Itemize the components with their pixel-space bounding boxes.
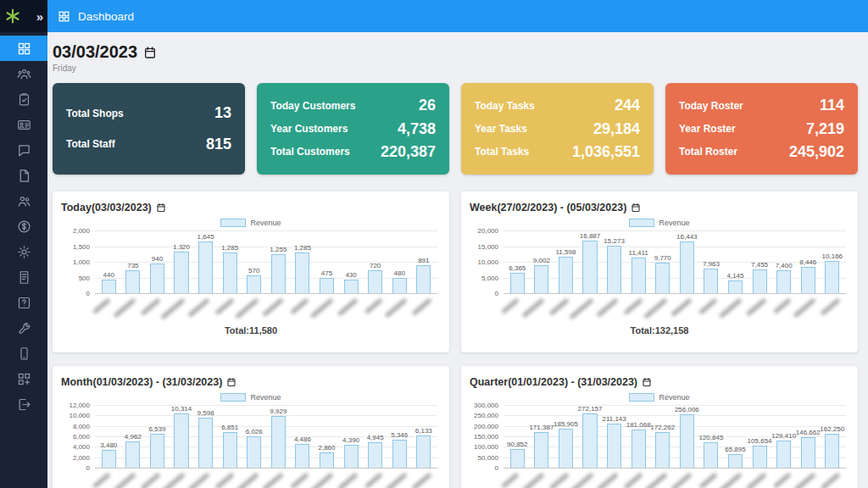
sidebar-item-help[interactable] — [0, 290, 47, 315]
bar-value-label: 1,285 — [221, 244, 238, 252]
calendar-icon[interactable] — [642, 377, 652, 387]
bar-slot: 440 — [97, 230, 121, 293]
sidebar-item-tools[interactable] — [0, 315, 47, 341]
stat-label: Year Roster — [679, 123, 736, 135]
bar — [607, 424, 621, 468]
calendar-icon[interactable] — [156, 202, 166, 213]
bar — [753, 269, 767, 293]
bar — [510, 449, 525, 468]
bar-slot: 105,654 — [748, 405, 772, 468]
sidebar-item-id-card[interactable] — [0, 112, 47, 137]
bar-value-label: 480 — [394, 269, 405, 277]
stat-label: Today Roster — [679, 100, 743, 112]
stat-value: 245,902 — [789, 143, 844, 161]
bar-value-label: 570 — [248, 267, 259, 274]
sidebar-item-payments[interactable] — [0, 214, 47, 239]
y-tick-label: 1,000 — [73, 258, 90, 266]
help-icon — [17, 296, 31, 310]
bar-value-label: 475 — [321, 269, 332, 277]
bar — [150, 434, 164, 468]
legend-label: Revenue — [659, 393, 689, 402]
stat-value: 13 — [214, 104, 231, 122]
dollar-icon — [17, 219, 31, 234]
logo-container: » — [0, 0, 47, 32]
users-icon — [17, 194, 31, 208]
calendar-icon[interactable] — [143, 46, 157, 59]
bar-value-label: 4,145 — [726, 272, 743, 280]
sidebar-item-tasks[interactable] — [0, 86, 47, 112]
x-label-slot — [243, 293, 268, 325]
bar — [271, 254, 286, 293]
stat-value: 244 — [615, 97, 640, 114]
stat-row: Total Tasks1,036,551 — [475, 143, 640, 161]
bar-slot: 6,026 — [242, 405, 266, 468]
stat-cards-row: Total Shops13Total Staff815 Today Custom… — [53, 83, 858, 175]
bar — [704, 269, 718, 293]
bar — [247, 436, 261, 468]
sidebar-item-staff[interactable] — [0, 61, 47, 86]
bar-slot: 65,895 — [723, 405, 748, 468]
y-tick-label: 100,000 — [474, 443, 498, 451]
bar — [125, 441, 140, 468]
bar — [150, 263, 164, 293]
bar-value-label: 211,143 — [602, 415, 626, 423]
bar-slot: 120,845 — [699, 405, 724, 468]
bar — [582, 413, 597, 468]
calendar-icon[interactable] — [226, 377, 236, 387]
boxes-icon — [17, 372, 31, 386]
bar — [271, 416, 286, 468]
plot-row: 12,00010,0008,0006,0004,0002,0000 3,4804… — [61, 405, 441, 468]
stat-card-roster: Today Roster114Year Roster7,219Total Ros… — [665, 83, 858, 175]
chart-legend[interactable]: Revenue — [61, 217, 441, 228]
stat-row: Total Staff815 — [66, 136, 231, 153]
sidebar-item-invoices[interactable] — [0, 264, 47, 290]
chart-total: Total:132,158 — [470, 325, 849, 336]
bar — [392, 278, 407, 293]
bar-value-label: 1,645 — [198, 233, 214, 241]
sidebar-item-settings[interactable] — [0, 239, 47, 264]
chart-title: Week(27/02/2023) - (05/03/2023) — [470, 202, 626, 214]
sidebar-item-documents[interactable] — [0, 163, 47, 188]
x-label-slot — [120, 293, 144, 325]
file-text-icon — [17, 270, 31, 285]
blurred-x-label — [773, 298, 792, 314]
calendar-icon[interactable] — [631, 202, 641, 213]
sidebar-item-customers[interactable] — [0, 188, 47, 214]
blurred-x-label — [624, 473, 643, 488]
chart-legend[interactable]: Revenue — [470, 391, 849, 402]
stat-label: Today Tasks — [475, 100, 535, 112]
chart-legend[interactable]: Revenue — [470, 217, 849, 228]
bar-value-label: 120,845 — [698, 434, 723, 441]
bar-value-label: 3,480 — [100, 441, 117, 449]
wrench-icon — [17, 321, 31, 336]
sidebar-item-modules[interactable] — [0, 366, 47, 391]
sidebar-item-logout[interactable] — [0, 391, 47, 417]
chart-legend[interactable]: Revenue — [61, 391, 441, 402]
plot-row: 20,00015,00010,0005,0000 6,3659,00211,59… — [470, 230, 849, 293]
y-tick-label: 10,000 — [478, 258, 498, 266]
y-tick-label: 8,000 — [73, 422, 90, 430]
stat-value: 114 — [820, 97, 844, 114]
bar-value-label: 440 — [103, 271, 114, 279]
bar-slot: 6,133 — [412, 405, 437, 468]
sidebar-item-dashboard[interactable] — [0, 36, 47, 61]
x-label-slot — [268, 293, 292, 325]
sidebar-item-messages[interactable] — [0, 137, 47, 163]
x-label-slot — [169, 293, 193, 325]
stat-value: 815 — [206, 136, 231, 153]
chart-card-month: Month(01/03/2023) - (31/03/2023) Revenue… — [53, 366, 449, 488]
x-label-slot — [528, 468, 553, 488]
bar-slot: 1,645 — [193, 230, 218, 293]
y-tick-label: 50,000 — [478, 453, 498, 461]
x-label-slot — [367, 293, 392, 325]
sidebar-collapse-icon[interactable]: » — [36, 10, 43, 23]
sidebar-item-devices[interactable] — [0, 341, 47, 366]
x-label-slot — [603, 468, 627, 488]
bar-slot: 16,443 — [675, 230, 699, 293]
blurred-x-label — [698, 298, 717, 315]
bar-slot: 162,250 — [821, 405, 845, 468]
bar — [801, 267, 815, 293]
bar-value-label: 15,273 — [604, 237, 624, 245]
bar-value-label: 90,852 — [507, 441, 527, 448]
stat-row: Total Customers220,387 — [270, 143, 436, 161]
